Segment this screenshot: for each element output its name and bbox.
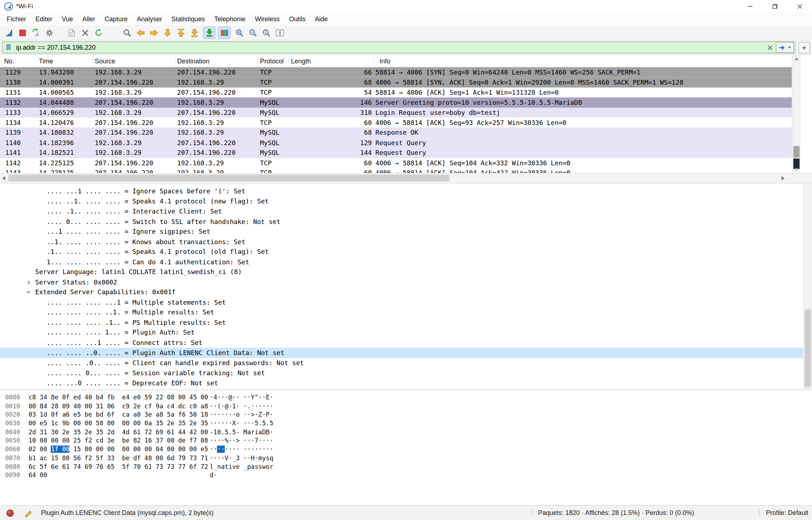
column-header-info[interactable]: Info bbox=[374, 55, 792, 67]
scroll-down-icon[interactable] bbox=[794, 168, 799, 170]
hex-row-0000[interactable]: 0000c8 34 8e 0f ed 40 b4 fb e4 e0 59 22 … bbox=[0, 393, 812, 402]
packet-row-1131[interactable]: 113114.000565192.168.3.29207.154.196.220… bbox=[0, 88, 792, 98]
clear-filter-icon[interactable] bbox=[764, 42, 776, 53]
menu-analyser[interactable]: Analyser bbox=[132, 13, 167, 25]
hex-row-0030[interactable]: 003000 e5 1c 9b 00 00 58 00 00 00 0a 35 … bbox=[0, 419, 812, 428]
detail-line[interactable]: .... .... .... .1.. = PS Multiple result… bbox=[0, 317, 803, 327]
scroll-right-icon[interactable] bbox=[781, 176, 785, 180]
hex-row-0070[interactable]: 0070b1 ac 15 80 56 f2 5f 33 be df 48 00 … bbox=[0, 454, 812, 462]
detail-line[interactable]: .... 0... .... .... = Switch to SSL afte… bbox=[0, 216, 803, 227]
auto-scroll-button[interactable] bbox=[203, 26, 216, 39]
hex-row-0080[interactable]: 00806c 5f 6e 61 74 69 76 65 5f 70 61 73 … bbox=[0, 462, 812, 471]
scrollbar-thumb[interactable] bbox=[793, 146, 799, 158]
add-filter-button[interactable]: + bbox=[799, 42, 810, 53]
detail-line[interactable]: .... .... 0... .... = Session variable t… bbox=[0, 368, 803, 378]
detail-line[interactable]: ..1. .... .... .... = Knows about transa… bbox=[0, 237, 803, 247]
menu-fichier[interactable]: Fichier bbox=[2, 13, 31, 25]
go-first-button[interactable] bbox=[175, 26, 187, 39]
menu-capture[interactable]: Capture bbox=[100, 13, 132, 25]
detail-line[interactable]: .... .1.. .... .... = Interactive Client… bbox=[0, 206, 803, 216]
zoom-original-button[interactable] bbox=[260, 26, 272, 39]
detail-line[interactable]: .... .... ..0. .... = Plugin Auth LENENC… bbox=[0, 348, 803, 358]
detail-line[interactable]: ›Extended Server Capabilities: 0x001f bbox=[0, 287, 803, 297]
scroll-up-icon[interactable] bbox=[794, 58, 799, 60]
detail-line[interactable]: ›Server Status: 0x0002 bbox=[0, 277, 803, 287]
detail-scrollbar-thumb[interactable] bbox=[805, 309, 811, 387]
packet-row-1133[interactable]: 113314.066529192.168.3.29207.154.196.220… bbox=[0, 108, 792, 118]
status-profile[interactable]: Profile: Default bbox=[759, 509, 812, 516]
go-last-button[interactable] bbox=[188, 26, 200, 39]
detail-line[interactable]: .... .... .... ...1 = Multiple statement… bbox=[0, 297, 803, 307]
packet-row-1143[interactable]: 114314.225125207.154.196.220192.168.3.29… bbox=[0, 168, 792, 173]
packet-row-1141[interactable]: 114114.182521192.168.3.29207.154.196.220… bbox=[0, 148, 792, 158]
hex-row-0040[interactable]: 00402d 31 30 2e 35 2e 35 2d 4d 61 72 69 … bbox=[0, 428, 812, 436]
zoom-in-button[interactable] bbox=[233, 26, 245, 39]
hex-row-0050[interactable]: 005010 00 00 00 25 f2 cd 3e be 82 16 37 … bbox=[0, 436, 812, 445]
column-header-no[interactable]: No. bbox=[0, 55, 38, 67]
menu-aide[interactable]: Aide bbox=[310, 13, 333, 25]
detail-line[interactable]: .... ...1 .... .... = Ignore Spaces befo… bbox=[0, 186, 803, 196]
packet-row-1140[interactable]: 114014.182396192.168.3.29207.154.196.220… bbox=[0, 138, 792, 148]
hscrollbar-thumb[interactable] bbox=[8, 175, 450, 181]
detail-line[interactable]: .... .... .... 1... = Plugin Auth: Set bbox=[0, 327, 803, 337]
display-filter-input[interactable]: ip.addr == 207.154.196.220 bbox=[2, 41, 795, 53]
menu-editer[interactable]: Editer bbox=[31, 13, 57, 25]
menu-wireless[interactable]: Wireless bbox=[250, 13, 284, 25]
column-header-time[interactable]: Time bbox=[38, 55, 93, 67]
packet-list-scrollbar[interactable] bbox=[792, 55, 800, 173]
detail-line[interactable]: .... ..1. .... .... = Speaks 4.1 protoco… bbox=[0, 196, 803, 206]
detail-scrollbar[interactable] bbox=[803, 184, 812, 389]
menu-statistiques[interactable]: Statistiques bbox=[167, 13, 209, 25]
hex-row-0060[interactable]: 006002 00 1f 00 15 00 00 00 00 00 00 04 … bbox=[0, 445, 812, 454]
detail-line[interactable]: ...1 .... .... .... = Ignore sigpipes: S… bbox=[0, 227, 803, 237]
colorize-button[interactable] bbox=[218, 26, 231, 39]
expand-icon[interactable]: › bbox=[25, 277, 32, 287]
expert-info-button[interactable] bbox=[5, 508, 15, 518]
packet-row-1142[interactable]: 114214.225125207.154.196.220192.168.3.29… bbox=[0, 158, 792, 168]
hex-row-0090[interactable]: 009064 00d· bbox=[0, 471, 812, 480]
packet-row-1130[interactable]: 113014.000391207.154.196.220192.168.3.29… bbox=[0, 77, 792, 88]
detail-line[interactable]: .... .... ...1 .... = Connect attrs: Set bbox=[0, 337, 803, 348]
hex-row-0010[interactable]: 001000 84 28 09 40 00 31 06 c9 2e cf 9a … bbox=[0, 402, 812, 411]
go-to-packet-button[interactable] bbox=[161, 26, 173, 39]
collapse-icon[interactable]: › bbox=[24, 289, 34, 296]
go-back-button[interactable] bbox=[134, 26, 147, 39]
open-file-button[interactable] bbox=[65, 26, 78, 39]
detail-line[interactable]: Server Language: latin1 COLLATE latin1_s… bbox=[0, 267, 803, 277]
menu-outils[interactable]: Outils bbox=[284, 13, 310, 25]
hex-row-0020[interactable]: 002003 1d 0f a6 e5 be bd 6f ca a0 3e a8 … bbox=[0, 411, 812, 419]
capture-comment-button[interactable] bbox=[23, 508, 34, 518]
detail-line[interactable]: .... .... .... ..1. = Multiple results: … bbox=[0, 307, 803, 317]
detail-line[interactable]: .1.. .... .... .... = Speaks 4.1 protoco… bbox=[0, 247, 803, 257]
column-header-length[interactable]: Length bbox=[288, 55, 374, 67]
capture-options-button[interactable] bbox=[43, 26, 55, 39]
column-header-source[interactable]: Source bbox=[93, 55, 176, 67]
filter-expression[interactable]: ip.addr == 207.154.196.220 bbox=[14, 44, 764, 51]
apply-filter-button[interactable] bbox=[776, 42, 794, 53]
detail-line[interactable]: .... ...0 .... .... = Deprecate EOF: Not… bbox=[0, 378, 803, 388]
scroll-left-icon[interactable] bbox=[2, 176, 5, 180]
minimize-button[interactable] bbox=[737, 0, 762, 13]
start-capture-button[interactable] bbox=[3, 26, 15, 39]
filter-bookmark-icon[interactable] bbox=[3, 42, 14, 53]
packet-row-1129[interactable]: 112913.943280192.168.3.29207.154.196.220… bbox=[0, 67, 792, 77]
resize-columns-button[interactable] bbox=[274, 26, 286, 39]
reload-file-button[interactable] bbox=[92, 26, 105, 39]
find-packet-button[interactable] bbox=[121, 26, 133, 39]
menu-telephonie[interactable]: Telephonie bbox=[209, 13, 250, 25]
packet-row-1134[interactable]: 113414.120476207.154.196.220192.168.3.29… bbox=[0, 118, 792, 128]
go-forward-button[interactable] bbox=[148, 26, 160, 39]
close-button[interactable] bbox=[787, 0, 812, 13]
detail-line[interactable]: .... .... .0.. .... = Client can handle … bbox=[0, 358, 803, 368]
menu-vue[interactable]: Vue bbox=[57, 13, 78, 25]
packet-row-1139[interactable]: 113914.180832207.154.196.220192.168.3.29… bbox=[0, 127, 792, 138]
zoom-out-button[interactable] bbox=[247, 26, 259, 39]
menu-aller[interactable]: Aller bbox=[78, 13, 100, 25]
stop-capture-button[interactable] bbox=[16, 26, 29, 39]
column-header-destination[interactable]: Destination bbox=[176, 55, 258, 67]
packet-row-1132[interactable]: 113214.044488207.154.196.220192.168.3.29… bbox=[0, 98, 792, 108]
close-file-button[interactable] bbox=[79, 26, 91, 39]
column-header-protocol[interactable]: Protocol bbox=[258, 55, 288, 67]
restart-capture-button[interactable] bbox=[30, 26, 42, 39]
maximize-button[interactable] bbox=[762, 0, 787, 13]
